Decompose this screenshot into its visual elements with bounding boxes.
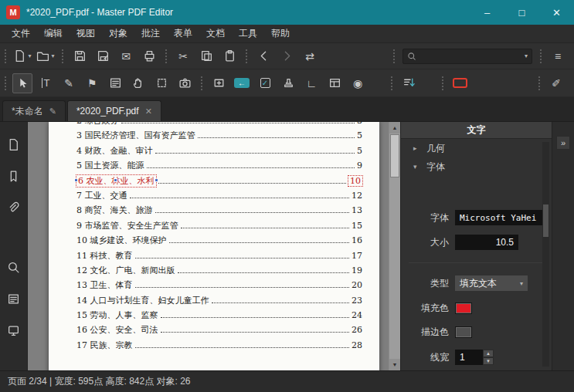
- scroll-down-icon[interactable]: ▼: [389, 359, 400, 370]
- tab-2020-pdf[interactable]: *2020_PDF.pdf ✕: [67, 100, 161, 121]
- toc-row[interactable]: 13 卫生、体育20: [76, 279, 362, 294]
- crop-tool-button[interactable]: [151, 73, 172, 93]
- toc-row[interactable]: 15 劳动、人事、监察24: [76, 309, 362, 324]
- toc-row[interactable]: 2 综合政务3: [76, 122, 362, 130]
- toc-row[interactable]: 17 民族、宗教28: [76, 340, 362, 354]
- save-as-button[interactable]: [93, 46, 113, 66]
- close-button[interactable]: ✕: [539, 0, 574, 25]
- paste-button[interactable]: [219, 46, 239, 66]
- scroll-up-icon[interactable]: ▲: [389, 122, 400, 133]
- toc-page-number: 12: [352, 191, 362, 201]
- select-tool-button[interactable]: [12, 73, 32, 93]
- selection-handle[interactable]: [74, 178, 78, 182]
- toc-row[interactable]: 9 市场监管、安全生产监管15: [76, 220, 362, 235]
- menu-item-edit[interactable]: 编辑: [37, 27, 70, 40]
- panel-collapse-button[interactable]: »: [556, 136, 570, 150]
- back-button[interactable]: [253, 46, 273, 66]
- checkbox-tool-button[interactable]: ✓: [255, 73, 275, 93]
- type-dropdown[interactable]: 填充文本 ▾: [455, 275, 528, 291]
- section-geometry[interactable]: ▸ 几何: [401, 139, 552, 157]
- thumbnails-panel-button[interactable]: [4, 134, 24, 154]
- menu-item-object[interactable]: 对象: [102, 27, 134, 40]
- tab-untitled[interactable]: *未命名 ✎: [2, 100, 66, 121]
- search-box[interactable]: ▾: [402, 49, 532, 64]
- dot-leader: [121, 123, 355, 123]
- minimize-button[interactable]: –: [470, 0, 504, 25]
- edit-forms-button[interactable]: [105, 73, 125, 93]
- forward-button[interactable]: [277, 46, 297, 66]
- toc-row[interactable]: 4 财政、金融、审计5: [76, 145, 362, 160]
- toc-row[interactable]: 14 人口与计划生育、妇女儿童工作23: [76, 295, 362, 309]
- form-fields-panel-button[interactable]: [4, 289, 24, 309]
- email-button[interactable]: ✉: [116, 46, 136, 66]
- edit-document-button[interactable]: ✎: [59, 73, 79, 93]
- chevron-down-icon: ▾: [51, 52, 54, 59]
- tab-order-button[interactable]: [399, 73, 419, 93]
- copy-button[interactable]: [196, 46, 216, 66]
- close-tab-icon[interactable]: ✕: [145, 106, 152, 117]
- spin-up-icon[interactable]: ▲: [483, 350, 494, 357]
- radio-button-tool-button[interactable]: ◉: [348, 73, 368, 93]
- text-select-tool-button[interactable]: T: [36, 73, 56, 93]
- stroke-color-swatch[interactable]: [455, 326, 472, 338]
- toc-page-number: 20: [352, 280, 362, 290]
- section-font[interactable]: ▾ 字体: [401, 157, 552, 176]
- menu-item-help[interactable]: 帮助: [264, 27, 297, 40]
- toc-row[interactable]: 10 城乡建设、环境保护16: [76, 235, 362, 249]
- dot-leader: [155, 212, 350, 213]
- toc-row[interactable]: 12 文化、广电、新闻出版19: [76, 265, 362, 279]
- search-input[interactable]: [419, 52, 520, 61]
- fill-color-swatch[interactable]: [455, 302, 472, 314]
- push-button-tool-button[interactable]: ←: [232, 73, 252, 93]
- open-button[interactable]: ▾: [36, 46, 56, 66]
- print-button[interactable]: [139, 46, 159, 66]
- scrollbar-thumb[interactable]: [390, 134, 399, 177]
- new-document-button[interactable]: ▾: [12, 46, 32, 66]
- link-tool-button[interactable]: [450, 73, 470, 93]
- font-size-field[interactable]: 10.5: [455, 235, 518, 250]
- document-scrollbar[interactable]: ▲ ▼: [389, 122, 400, 370]
- measure-tool-button[interactable]: ∟: [301, 73, 321, 93]
- toc-row[interactable]: 3 国民经济管理、国有资产监管5: [76, 130, 362, 144]
- menu-item-document[interactable]: 文档: [199, 27, 232, 40]
- pdf-page[interactable]: 2 综合政务3 3 国民经济管理、国有资产监管5 4 财政、金融、审计5 5 国…: [49, 122, 379, 370]
- toc-row[interactable]: 11 科技、教育17: [76, 250, 362, 265]
- attachments-panel-button[interactable]: [4, 198, 24, 218]
- menu-item-annotation[interactable]: 批注: [134, 27, 167, 40]
- menu-item-forms[interactable]: 表单: [167, 27, 199, 40]
- page-navigation-button[interactable]: ⇄: [300, 46, 320, 66]
- snapshot-tool-button[interactable]: [175, 73, 195, 93]
- fill-color-label: 填充色: [410, 302, 449, 315]
- annotation-tool-button[interactable]: ⚑: [82, 73, 102, 93]
- ink-tool-button[interactable]: ✐: [546, 73, 566, 93]
- line-width-spinner[interactable]: 1 ▲ ▼: [455, 350, 494, 365]
- toc-row[interactable]: 8 商贸、海关、旅游13: [76, 204, 362, 219]
- toc-row[interactable]: 16 公安、安全、司法26: [76, 324, 362, 339]
- text-field-tool-button[interactable]: [209, 73, 229, 93]
- document-view[interactable]: 2 综合政务3 3 国民经济管理、国有资产监管5 4 财政、金融、审计5 5 国…: [28, 122, 400, 370]
- maximize-button[interactable]: □: [504, 0, 539, 25]
- stamp-tool-button[interactable]: [278, 73, 298, 93]
- font-name-field[interactable]: Microsoft YaHei: [455, 210, 543, 225]
- save-button[interactable]: [70, 46, 90, 66]
- toc-entry-text: 11 科技、教育: [76, 250, 133, 262]
- cut-button[interactable]: ✂: [173, 46, 193, 66]
- panel-scrollbar-thumb[interactable]: [543, 204, 549, 237]
- panel-scrollbar[interactable]: [542, 142, 549, 367]
- toc-row-selected[interactable]: 6 农业、林业、水利 10: [76, 175, 362, 190]
- media-panel-button[interactable]: [4, 320, 24, 340]
- menu-item-file[interactable]: 文件: [5, 27, 37, 40]
- hand-tool-button[interactable]: [128, 73, 148, 93]
- toolbar-overflow-button[interactable]: ≡: [548, 46, 568, 66]
- combo-box-tool-button[interactable]: [324, 73, 345, 93]
- spin-down-icon[interactable]: ▼: [483, 357, 494, 365]
- toc-row[interactable]: 5 国土资源、能源9: [76, 160, 362, 174]
- menu-item-view[interactable]: 视图: [70, 27, 102, 40]
- toc-row[interactable]: 7 工业、交通12: [76, 190, 362, 204]
- bookmarks-panel-button[interactable]: [4, 166, 24, 186]
- search-panel-button[interactable]: [4, 257, 24, 277]
- selection-handle[interactable]: [155, 178, 158, 182]
- menu-item-tools[interactable]: 工具: [232, 27, 264, 40]
- selected-text-object[interactable]: 6 农业、林业、水利: [76, 175, 156, 187]
- selection-handle[interactable]: [114, 178, 117, 182]
